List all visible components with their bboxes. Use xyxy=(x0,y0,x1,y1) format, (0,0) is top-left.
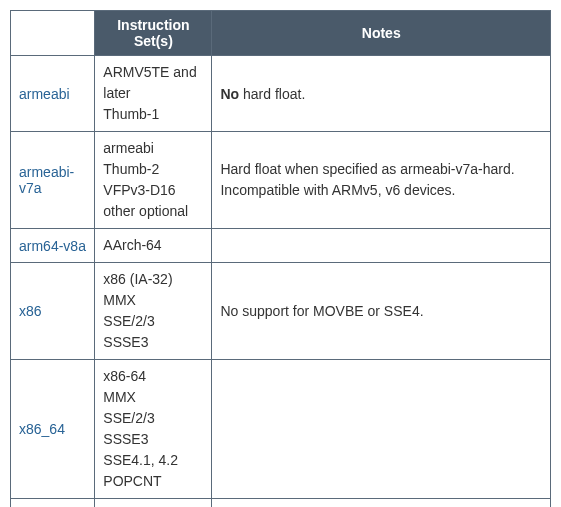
header-notes: Notes xyxy=(212,11,551,56)
header-instruction: Instruction Set(s) xyxy=(95,11,212,56)
instruction-cell: armeabi Thumb-2 VFPv3-D16 other optional xyxy=(95,132,212,229)
instruction-cell: MIPS32r1 and later xyxy=(95,499,212,508)
table-row: armeabi-v7a armeabi Thumb-2 VFPv3-D16 ot… xyxy=(11,132,551,229)
notes-cell xyxy=(212,360,551,499)
table-row: x86 x86 (IA-32) MMX SSE/2/3 SSSE3 No sup… xyxy=(11,263,551,360)
table-row: mips MIPS32r1 and later Hard float. xyxy=(11,499,551,508)
notes-cell: No hard float. xyxy=(212,56,551,132)
notes-cell: Hard float when specified as armeabi-v7a… xyxy=(212,132,551,229)
header-row: Instruction Set(s) Notes xyxy=(11,11,551,56)
header-empty xyxy=(11,11,95,56)
abi-link-mips[interactable]: mips xyxy=(11,499,95,508)
instruction-cell: x86-64 MMX SSE/2/3 SSSE3 SSE4.1, 4.2 POP… xyxy=(95,360,212,499)
notes-cell xyxy=(212,229,551,263)
abi-link-armeabi[interactable]: armeabi xyxy=(11,56,95,132)
table-row: x86_64 x86-64 MMX SSE/2/3 SSSE3 SSE4.1, … xyxy=(11,360,551,499)
table-row: armeabi ARMV5TE and later Thumb-1 No har… xyxy=(11,56,551,132)
abi-link-armeabi-v7a[interactable]: armeabi-v7a xyxy=(11,132,95,229)
notes-cell: Hard float. xyxy=(212,499,551,508)
abi-link-x86[interactable]: x86 xyxy=(11,263,95,360)
instruction-cell: ARMV5TE and later Thumb-1 xyxy=(95,56,212,132)
instruction-cell: x86 (IA-32) MMX SSE/2/3 SSSE3 xyxy=(95,263,212,360)
abi-table: Instruction Set(s) Notes armeabi ARMV5TE… xyxy=(10,10,551,507)
notes-cell: No support for MOVBE or SSE4. xyxy=(212,263,551,360)
abi-link-x86-64[interactable]: x86_64 xyxy=(11,360,95,499)
table-row: arm64-v8a AArch-64 xyxy=(11,229,551,263)
abi-link-arm64-v8a[interactable]: arm64-v8a xyxy=(11,229,95,263)
instruction-cell: AArch-64 xyxy=(95,229,212,263)
